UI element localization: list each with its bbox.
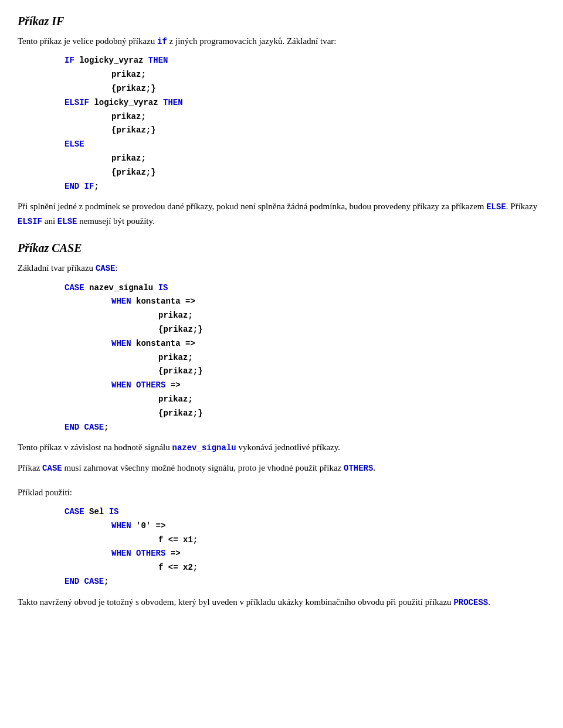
example-desc: Takto navržený obvod je totožný s obvode… — [18, 595, 545, 609]
case-desc-text5: . — [373, 463, 375, 472]
case-code-line-9: prikaz; — [158, 393, 545, 407]
case-kw-intro: CASE — [96, 264, 116, 273]
if-code-line-7: ELSE — [65, 138, 545, 152]
case-intro-colon: : — [115, 263, 117, 273]
if-title: Příkaz IF — [18, 12, 545, 30]
example-code-line-4: WHEN OTHERS => — [111, 547, 545, 561]
case-section: Příkaz CASE Základní tvar příkazu CASE: … — [18, 239, 545, 475]
if-section: Příkaz IF Tento příkaz je velice podobný… — [18, 12, 545, 228]
case-desc-1: Tento příkaz v závislost na hodnotě sign… — [18, 440, 545, 454]
example-code-line-6: END CASE; — [65, 575, 545, 589]
case-code-line-3: prikaz; — [158, 309, 545, 323]
if-code-line-2: prikaz; — [111, 68, 545, 82]
case-code-line-1: CASE nazev_signalu IS — [65, 281, 545, 295]
if-intro-text1: Tento příkaz je velice podobný příkazu — [18, 36, 157, 46]
if-else-kw2: ELSE — [57, 217, 77, 226]
case-desc-text4: musí zahrnovat všechny možné hodnoty sig… — [62, 463, 344, 472]
kw-then-1: THEN — [148, 56, 168, 65]
case-title: Příkaz CASE — [18, 239, 545, 257]
example-code-block: CASE Sel IS WHEN '0' => f <= x1; WHEN OT… — [18, 505, 545, 589]
if-code-line-4: ELSIF logicky_vyraz THEN — [65, 96, 545, 110]
if-code-line-6: {prikaz;} — [111, 124, 545, 138]
kw-when-ex-others: WHEN — [111, 549, 131, 558]
if-desc-text2: . Příkazy — [506, 202, 537, 211]
case-desc-text2: vykonává jednotlivé příkazy. — [236, 443, 340, 452]
case-intro: Základní tvar příkazu CASE: — [18, 261, 545, 275]
if-code-line-9: {prikaz;} — [111, 166, 545, 180]
if-desc-text3: ani — [42, 216, 57, 226]
if-intro: Tento příkaz je velice podobný příkazu i… — [18, 34, 545, 48]
if-code-block: IF logicky_vyraz THEN prikaz; {prikaz;} … — [18, 54, 545, 193]
if-desc-text1: Při splnění jedné z podmínek se provedou… — [18, 202, 486, 211]
kw-if: IF — [65, 56, 74, 65]
if-code-line-5: prikaz; — [111, 110, 545, 124]
kw-when-ex-1: WHEN — [111, 521, 131, 530]
process-kw: PROCESS — [453, 598, 488, 607]
case-code-line-4: {prikaz;} — [158, 323, 545, 337]
kw-when-2: WHEN — [111, 339, 131, 348]
example-code-line-3: f <= x1; — [158, 533, 545, 547]
case-others-kw: OTHERS — [344, 464, 373, 473]
kw-others-ex: OTHERS — [136, 549, 165, 558]
case-code-line-11: END CASE; — [65, 421, 545, 435]
if-keyword: if — [157, 37, 167, 46]
case-intro-text1: Základní tvar příkazu — [18, 263, 96, 273]
kw-end-if: END IF — [65, 182, 94, 191]
if-else-kw: ELSE — [486, 202, 506, 212]
example-desc-text2: . — [488, 597, 490, 607]
case-desc-text1: Tento příkaz v závislost na hodnotě sign… — [18, 443, 172, 452]
case-desc-text3: Příkaz — [18, 463, 42, 472]
example-code-line-5: f <= x2; — [158, 561, 545, 575]
example-title-text: Příklad použití: — [18, 488, 72, 497]
example-code-line-2: WHEN '0' => — [111, 519, 545, 533]
if-elsif-kw: ELSIF — [18, 217, 42, 226]
kw-else: ELSE — [65, 140, 84, 149]
if-desc: Při splnění jedné z podmínek se provedou… — [18, 199, 545, 228]
kw-case: CASE — [65, 283, 84, 292]
kw-case-ex: CASE — [65, 507, 84, 516]
kw-is-ex: IS — [109, 507, 119, 516]
if-code-line-1: IF logicky_vyraz THEN — [65, 54, 545, 68]
if-intro-text2: z jiných programovacích jazyků. Základní… — [167, 36, 337, 46]
kw-when-others: WHEN — [111, 380, 131, 390]
kw-end-case: END CASE — [65, 423, 104, 432]
if-code-line-8: prikaz; — [111, 152, 545, 166]
kw-then-2: THEN — [163, 98, 183, 107]
case-signal-kw: nazev_signalu — [172, 443, 236, 453]
kw-others: OTHERS — [136, 380, 165, 390]
if-code-line-10: END IF; — [65, 180, 545, 194]
case-code-line-7: {prikaz;} — [158, 365, 545, 379]
case-code-block: CASE nazev_signalu IS WHEN konstanta => … — [18, 281, 545, 435]
if-code-line-3: {prikaz;} — [111, 82, 545, 96]
kw-is: IS — [158, 283, 168, 292]
example-title: Příklad použití: — [18, 485, 545, 499]
case-code-line-8: WHEN OTHERS => — [111, 379, 545, 393]
if-desc-text4: nemusejí být použity. — [77, 216, 154, 226]
example-code-line-1: CASE Sel IS — [65, 505, 545, 519]
case-desc-2: Příkaz CASE musí zahrnovat všechny možné… — [18, 461, 545, 475]
case-code-line-2: WHEN konstanta => — [111, 295, 545, 309]
case-code-line-10: {prikaz;} — [158, 407, 545, 421]
kw-when-1: WHEN — [111, 297, 131, 306]
example-desc-text1: Takto navržený obvod je totožný s obvode… — [18, 597, 453, 607]
case-code-line-5: WHEN konstanta => — [111, 337, 545, 351]
case-code-line-6: prikaz; — [158, 351, 545, 365]
kw-elsif: ELSIF — [65, 98, 89, 107]
example-section: Příklad použití: CASE Sel IS WHEN '0' =>… — [18, 485, 545, 609]
kw-end-case-ex: END CASE — [65, 577, 104, 586]
case-kw2: CASE — [42, 464, 62, 473]
